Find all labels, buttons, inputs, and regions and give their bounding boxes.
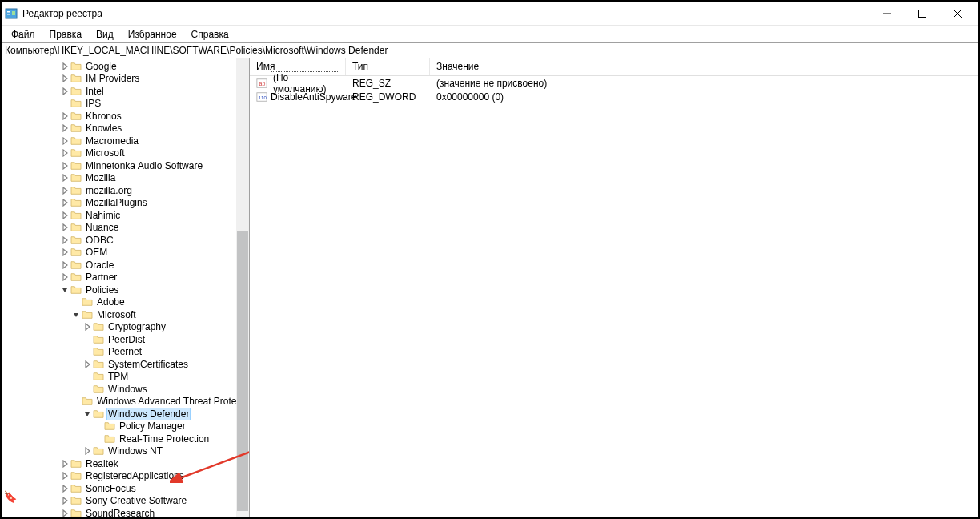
tree-item[interactable]: ODBC <box>2 234 249 247</box>
tree-item[interactable]: Windows <box>2 383 249 396</box>
svg-rect-1 <box>7 11 10 13</box>
chevron-right-icon[interactable] <box>82 445 93 457</box>
folder-icon <box>70 161 82 171</box>
menu-help[interactable]: Справка <box>185 27 235 42</box>
chevron-right-icon[interactable] <box>59 135 70 147</box>
tree-item[interactable]: Mozilla <box>2 172 249 185</box>
tree-item[interactable]: IPS <box>2 98 249 111</box>
tree-item-label: SoundResearch <box>85 508 155 517</box>
tree-item-label: Knowles <box>85 123 122 134</box>
tree-item[interactable]: Knowles <box>2 123 249 135</box>
folder-icon <box>70 471 82 481</box>
tree-item[interactable]: Intel <box>2 85 249 98</box>
chevron-right-icon[interactable] <box>59 111 70 122</box>
tree-item[interactable]: Cryptography <box>2 321 249 334</box>
tree-item[interactable]: PeerDist <box>2 333 249 346</box>
menu-edit[interactable]: Правка <box>43 27 89 42</box>
tree-item[interactable]: Windows NT <box>2 445 249 458</box>
address-bar[interactable]: Компьютер\HKEY_LOCAL_MACHINE\SOFTWARE\Po… <box>2 42 978 58</box>
tree-item-label: Microsoft <box>85 147 126 159</box>
tree-item[interactable]: Oracle <box>2 259 249 272</box>
folder-icon <box>70 459 82 469</box>
chevron-right-icon[interactable] <box>59 508 70 517</box>
chevron-right-icon[interactable] <box>59 61 70 72</box>
tree-item[interactable]: Adobe <box>2 296 249 309</box>
chevron-right-icon[interactable] <box>59 260 70 271</box>
chevron-right-icon[interactable] <box>82 321 93 332</box>
tree-item[interactable]: Khronos <box>2 110 249 123</box>
column-data[interactable]: Значение <box>430 58 978 75</box>
tree-item[interactable]: Microsoft <box>2 147 249 160</box>
column-type[interactable]: Тип <box>346 58 430 75</box>
chevron-down-icon[interactable] <box>70 309 82 320</box>
window-controls <box>870 2 975 25</box>
chevron-down-icon[interactable] <box>59 284 70 296</box>
tree-item[interactable]: Google <box>2 60 249 73</box>
tree-item[interactable]: Sony Creative Software <box>2 495 249 508</box>
tree-item[interactable]: Policies <box>2 284 249 296</box>
menu-view[interactable]: Вид <box>90 27 120 42</box>
chevron-right-icon[interactable] <box>59 86 70 97</box>
chevron-right-icon[interactable] <box>59 160 70 171</box>
tree-item[interactable]: Partner <box>2 272 249 284</box>
tree-pane[interactable]: GoogleIM ProvidersIntelIPSKhronosKnowles… <box>2 58 250 517</box>
chevron-right-icon[interactable] <box>59 458 70 469</box>
chevron-right-icon[interactable] <box>59 172 70 183</box>
menu-favorites[interactable]: Избранное <box>122 27 183 42</box>
tree-item[interactable]: Peernet <box>2 346 249 359</box>
chevron-right-icon[interactable] <box>59 495 70 506</box>
folder-icon <box>70 186 82 195</box>
tree-scrollbar[interactable] <box>236 58 249 517</box>
tree-item-label: Nuance <box>85 222 119 233</box>
tree-item[interactable]: Microsoft <box>2 308 249 321</box>
tree-item-label: MozillaPlugins <box>85 197 148 208</box>
chevron-right-icon[interactable] <box>59 197 70 208</box>
tree-item[interactable]: Windows Defender <box>2 408 249 420</box>
chevron-right-icon[interactable] <box>59 147 70 159</box>
tree-item[interactable]: OEM <box>2 247 249 260</box>
chevron-right-icon[interactable] <box>59 210 70 221</box>
folder-icon <box>70 484 82 493</box>
tree-item-label: Windows Advanced Threat Protection <box>96 396 250 407</box>
tree-item[interactable]: SonicFocus <box>2 482 249 495</box>
chevron-right-icon[interactable] <box>59 185 70 196</box>
chevron-right-icon[interactable] <box>59 247 70 258</box>
menu-file[interactable]: Файл <box>5 27 42 42</box>
string-value-icon: ab <box>256 78 267 89</box>
tree-item[interactable]: Realtek <box>2 457 249 470</box>
tree-item[interactable]: Policy Manager <box>2 420 249 433</box>
close-button[interactable] <box>940 2 975 25</box>
chevron-right-icon[interactable] <box>59 483 70 494</box>
svg-rect-3 <box>12 11 15 15</box>
tree-item[interactable]: SystemCertificates <box>2 358 249 371</box>
tree-item[interactable]: RegisteredApplications <box>2 470 249 483</box>
chevron-right-icon[interactable] <box>59 222 70 233</box>
tree-scrollbar-thumb[interactable] <box>237 231 248 511</box>
value-row[interactable]: 110DisableAntiSpywareREG_DWORD0x00000000… <box>250 90 978 103</box>
tree-item[interactable]: Nuance <box>2 222 249 235</box>
tree-item[interactable]: Nahimic <box>2 209 249 222</box>
chevron-right-icon[interactable] <box>82 359 93 370</box>
chevron-right-icon[interactable] <box>59 272 70 283</box>
chevron-right-icon[interactable] <box>59 235 70 246</box>
tree-item[interactable]: Minnetonka Audio Software <box>2 159 249 172</box>
tree-item[interactable]: TPM <box>2 371 249 384</box>
tree-item[interactable]: Real-Time Protection <box>2 432 249 445</box>
chevron-right-icon[interactable] <box>59 470 70 481</box>
tree-item[interactable]: IM Providers <box>2 73 249 86</box>
value-row[interactable]: ab(По умолчанию)REG_SZ(значение не присв… <box>250 76 978 90</box>
chevron-right-icon[interactable] <box>59 73 70 84</box>
tree-item[interactable]: SoundResearch <box>2 507 249 517</box>
tree-item[interactable]: mozilla.org <box>2 184 249 197</box>
tree-item-label: Windows <box>107 384 148 395</box>
tree-item[interactable]: Windows Advanced Threat Protection <box>2 396 249 408</box>
maximize-button[interactable] <box>905 2 940 25</box>
tree-item[interactable]: Macromedia <box>2 135 249 147</box>
tree-item-label: Intel <box>85 86 105 97</box>
binary-value-icon: 110 <box>256 91 267 103</box>
tree-item-label: TPM <box>107 371 129 382</box>
chevron-down-icon[interactable] <box>82 408 93 420</box>
chevron-right-icon[interactable] <box>59 123 70 134</box>
minimize-button[interactable] <box>870 2 905 25</box>
tree-item[interactable]: MozillaPlugins <box>2 197 249 210</box>
